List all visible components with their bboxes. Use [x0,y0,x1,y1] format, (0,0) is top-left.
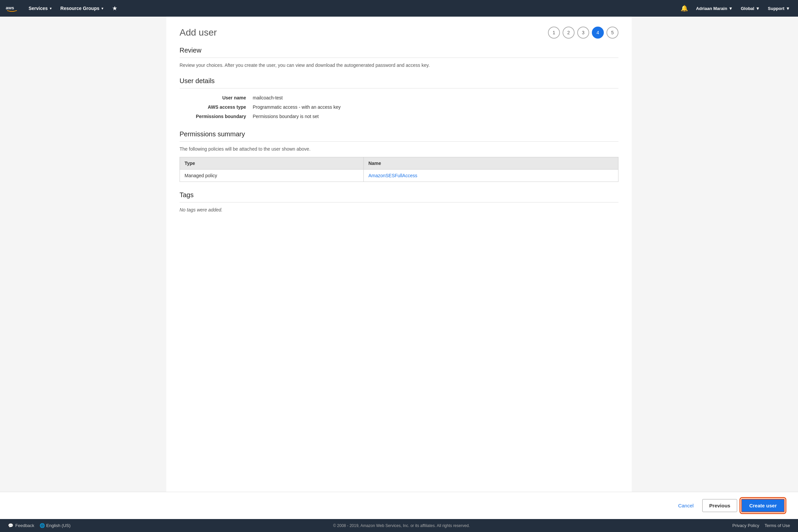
footer-copyright: © 2008 - 2019, Amazon Web Services, Inc.… [333,524,470,528]
support-label: Support [768,6,784,11]
permissions-boundary-value: Permissions boundary is not set [253,114,319,119]
footer: 💬 Feedback 🌐 English (US) © 2008 - 2019,… [0,519,798,532]
resource-groups-chevron-icon: ▼ [101,7,104,10]
review-section: Review Review your choices. After you cr… [179,46,619,68]
chat-icon: 💬 [8,523,13,528]
terms-of-use-link[interactable]: Terms of Use [764,523,790,528]
language-label: English (US) [46,523,71,528]
support-chevron-icon: ▼ [786,6,790,11]
privacy-policy-link[interactable]: Privacy Policy [732,523,759,528]
notifications-bell[interactable]: 🔔 [678,3,690,14]
user-details-table: User name mailcoach-test AWS access type… [179,93,619,121]
username-label: User name [179,95,253,100]
favorites-star-icon[interactable]: ★ [109,3,121,14]
user-details-title: User details [179,77,619,89]
policy-name-link[interactable]: AmazonSESFullAccess [368,173,417,178]
step-4[interactable]: 4 [592,26,604,39]
nav-right: 🔔 Adriaan Marain ▼ Global ▼ Support ▼ [678,3,793,14]
bell-icon: 🔔 [681,5,688,12]
step-5[interactable]: 5 [607,26,619,39]
access-type-value: Programmatic access - with an access key [253,104,341,110]
step-1[interactable]: 1 [548,26,560,39]
user-menu-chevron-icon: ▼ [728,6,733,11]
tags-title: Tags [179,191,619,203]
permissions-table-row: Managed policy AmazonSESFullAccess [180,170,619,182]
permissions-summary-section: Permissions summary The following polici… [179,130,619,182]
footer-right: Privacy Policy Terms of Use [732,523,790,528]
cancel-button[interactable]: Cancel [673,500,698,511]
review-description: Review your choices. After you create th… [179,62,619,68]
user-detail-row-permissions-boundary: Permissions boundary Permissions boundar… [179,112,619,121]
user-menu[interactable]: Adriaan Marain ▼ [693,4,736,13]
tags-section: Tags No tags were added. [179,191,619,212]
resource-groups-label: Resource Groups [60,6,99,11]
services-nav-item[interactable]: Services ▼ [25,4,56,13]
svg-text:aws: aws [6,5,14,10]
feedback-label: Feedback [15,523,34,528]
services-label: Services [28,6,48,11]
region-menu[interactable]: Global ▼ [738,4,762,13]
footer-left: 💬 Feedback 🌐 English (US) [8,523,71,528]
user-details-section: User details User name mailcoach-test AW… [179,77,619,121]
permissions-table: Type Name Managed policy AmazonSESFullAc… [179,157,619,182]
user-detail-row-access-type: AWS access type Programmatic access - wi… [179,102,619,112]
review-section-title: Review [179,46,619,58]
main-content: Add user 1 2 3 4 5 Review Review your ch… [166,17,632,492]
previous-button[interactable]: Previous [702,499,737,512]
page-header: Add user 1 2 3 4 5 [179,26,619,39]
policy-type-cell: Managed policy [180,170,364,182]
step-3[interactable]: 3 [577,26,589,39]
nav-items: Services ▼ Resource Groups ▼ ★ [25,3,678,14]
col-name-header: Name [363,157,618,170]
support-menu[interactable]: Support ▼ [765,4,793,13]
region-chevron-icon: ▼ [756,6,760,11]
policy-name-cell: AmazonSESFullAccess [363,170,618,182]
step-2[interactable]: 2 [563,26,574,39]
language-selector[interactable]: 🌐 English (US) [40,523,71,528]
tags-empty-message: No tags were added. [179,207,619,212]
col-type-header: Type [180,157,364,170]
user-detail-row-username: User name mailcoach-test [179,93,619,102]
services-chevron-icon: ▼ [49,7,53,10]
permissions-boundary-label: Permissions boundary [179,114,253,119]
step-indicators: 1 2 3 4 5 [548,26,619,39]
feedback-button[interactable]: 💬 Feedback [8,523,34,528]
region-label: Global [741,6,754,11]
page-title: Add user [179,27,217,38]
user-name-label: Adriaan Marain [696,6,727,11]
top-navigation: aws Services ▼ Resource Groups ▼ ★ 🔔 Adr… [0,0,798,17]
action-bar: Cancel Previous Create user [0,492,798,519]
resource-groups-nav-item[interactable]: Resource Groups ▼ [57,4,108,13]
permissions-summary-description: The following policies will be attached … [179,146,619,152]
create-user-button[interactable]: Create user [741,499,785,512]
aws-logo[interactable]: aws [5,4,19,12]
username-value: mailcoach-test [253,95,283,100]
globe-icon: 🌐 [40,523,45,528]
access-type-label: AWS access type [179,104,253,110]
permissions-summary-title: Permissions summary [179,130,619,141]
